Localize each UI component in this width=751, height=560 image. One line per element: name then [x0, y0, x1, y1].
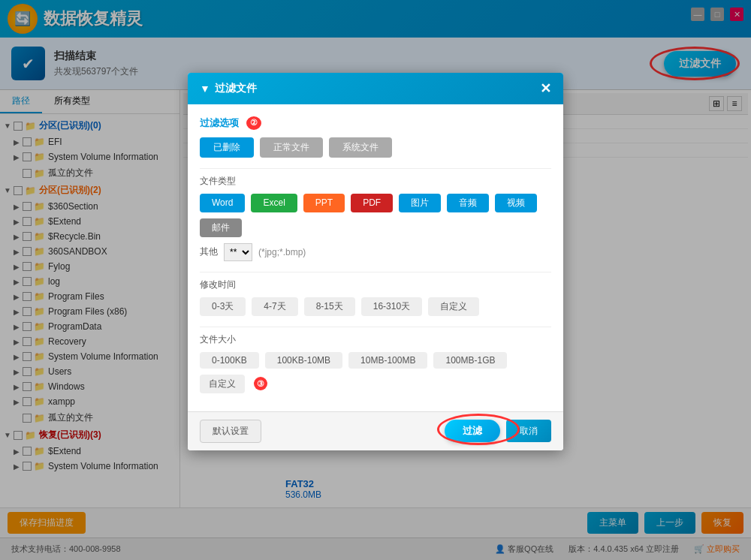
- time-4-7-button[interactable]: 4-7天: [252, 297, 297, 316]
- time-buttons: 0-3天 4-7天 8-15天 16-310天 自定义: [200, 297, 551, 316]
- size-10mb-100mb-button[interactable]: 10MB-100MB: [348, 352, 427, 369]
- size-0-100kb-button[interactable]: 0-100KB: [200, 352, 259, 369]
- apply-filter-button[interactable]: 过滤: [445, 420, 500, 442]
- dialog-title: ▼ 过滤文件: [200, 82, 257, 95]
- system-files-button[interactable]: 系统文件: [329, 137, 392, 158]
- cancel-button[interactable]: 取消: [506, 420, 551, 442]
- time-8-15-button[interactable]: 8-15天: [304, 297, 355, 316]
- word-button[interactable]: Word: [200, 194, 245, 212]
- dialog-header: ▼ 过滤文件 ✕: [188, 73, 563, 104]
- time-0-3-button[interactable]: 0-3天: [200, 297, 246, 316]
- filter-badge-3: ③: [254, 377, 267, 390]
- filetype-section-label: 文件类型: [200, 168, 551, 188]
- image-button[interactable]: 图片: [399, 194, 441, 212]
- normal-files-button[interactable]: 正常文件: [260, 137, 323, 158]
- audio-button[interactable]: 音频: [447, 194, 489, 212]
- size-100kb-10mb-button[interactable]: 100KB-10MB: [265, 352, 342, 369]
- other-ext: (*jpg;*.bmp): [258, 247, 306, 257]
- size-custom-button[interactable]: 自定义: [200, 375, 245, 393]
- dialog-close-button[interactable]: ✕: [540, 80, 551, 97]
- ppt-button[interactable]: PPT: [303, 194, 345, 212]
- dialog-footer: 默认设置 过滤 取消: [188, 411, 563, 450]
- excel-button[interactable]: Excel: [251, 194, 297, 212]
- default-settings-button[interactable]: 默认设置: [200, 420, 261, 443]
- dialog-body: 过滤选项 ② 已删除 正常文件 系统文件 文件类型 Word Excel PPT…: [188, 104, 563, 411]
- filter-options-title: 过滤选项 ②: [200, 116, 551, 130]
- video-button[interactable]: 视频: [495, 194, 537, 212]
- filter-badge-2: ②: [246, 116, 261, 130]
- size-100mb-1gb-button[interactable]: 100MB-1GB: [433, 352, 507, 369]
- time-16-310-button[interactable]: 16-310天: [361, 297, 422, 316]
- mail-button[interactable]: 邮件: [200, 218, 242, 237]
- other-type-row: 其他 ** (*jpg;*.bmp): [200, 243, 551, 261]
- filter-icon: ▼: [200, 83, 210, 95]
- pdf-button[interactable]: PDF: [351, 194, 393, 212]
- size-section-label: 文件大小: [200, 327, 551, 346]
- dialog-action-group: 过滤 取消: [445, 420, 551, 442]
- size-buttons: 0-100KB 100KB-10MB 10MB-100MB 100MB-1GB: [200, 352, 551, 369]
- filter-dialog: ▼ 过滤文件 ✕ 过滤选项 ② 已删除 正常文件 系统文件 文件类型 Word …: [188, 73, 563, 450]
- file-type-buttons: Word Excel PPT PDF 图片 音频 视频 邮件: [200, 194, 551, 237]
- deleted-files-button[interactable]: 已删除: [200, 137, 254, 158]
- time-custom-button[interactable]: 自定义: [428, 297, 479, 316]
- size-section: 0-100KB 100KB-10MB 10MB-100MB 100MB-1GB …: [200, 352, 551, 393]
- filter-type-buttons: 已删除 正常文件 系统文件: [200, 137, 551, 158]
- other-label: 其他: [200, 245, 218, 258]
- other-select[interactable]: **: [224, 243, 252, 261]
- dialog-overlay: ▼ 过滤文件 ✕ 过滤选项 ② 已删除 正常文件 系统文件 文件类型 Word …: [0, 0, 751, 560]
- time-section-label: 修改时间: [200, 272, 551, 291]
